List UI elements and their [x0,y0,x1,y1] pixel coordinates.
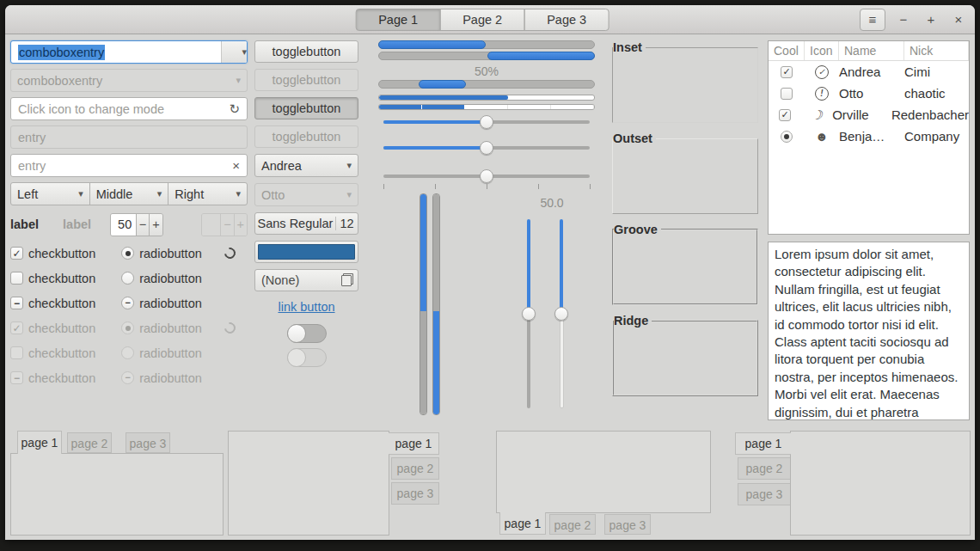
radiobutton-label: radiobutton [139,371,202,385]
spinbutton-value[interactable]: 50 [111,214,136,236]
row-checkbox-checked[interactable]: ✓ [781,66,793,78]
menu-button[interactable]: ≡ [860,9,885,31]
spin-minus-button[interactable]: − [136,214,149,236]
radio-unchecked[interactable] [121,272,134,285]
column-header-nick[interactable]: Nick [904,41,969,60]
entry-with-clear[interactable]: entry × [10,154,248,177]
vscale-trough[interactable] [527,314,530,408]
scale-handle[interactable] [480,169,493,183]
notebook-tab-page2[interactable]: page 2 [391,457,439,480]
level-block-empty [508,105,551,109]
checkbox-unchecked[interactable] [10,272,23,285]
combobox-andrea[interactable]: Andrea ▾ [254,154,358,177]
buttons-column: togglebutton togglebutton togglebutton t… [254,40,358,372]
notebook-tab-page1[interactable]: page 1 [499,512,546,535]
radio-checked[interactable] [121,247,134,260]
radio-mixed[interactable]: − [121,297,134,309]
clear-icon[interactable]: × [232,158,240,173]
chevron-down-icon: ▾ [346,189,352,200]
hscale[interactable] [378,113,595,131]
check-radio-row-disabled: checkbutton radiobutton [10,343,248,363]
cell-nick: Cimi [904,64,969,79]
togglebutton-active[interactable]: togglebutton [254,97,358,119]
tab-page-2[interactable]: Page 2 [440,9,525,31]
combobox-middle-value: Middle [96,187,133,201]
hscale[interactable] [378,139,595,156]
notebook-tab-page2[interactable]: page 2 [549,514,596,535]
combobox-left[interactable]: Left▾ [10,182,90,205]
color-button[interactable] [254,241,358,263]
scale-value-label: 50.0 [500,196,603,210]
tab-page-3[interactable]: Page 3 [524,9,609,31]
vscale-trough[interactable] [560,314,564,408]
column-header-cool[interactable]: Cool [769,41,805,60]
scale-handle[interactable] [554,307,568,321]
minimize-button[interactable]: − [894,10,913,29]
level-block-filled [379,105,422,109]
levelbar-continuous [378,95,595,101]
table-row[interactable]: ✓ ☽ Orville Redenbacher [769,104,969,126]
table-row[interactable]: ☻ Benja… Company [769,126,969,147]
entries-column: comboboxentry ▾ comboboxentry ▾ Click ic… [10,40,248,393]
label-disabled: label [63,217,91,231]
scale-handle[interactable] [480,115,493,129]
notebook-tab-page3[interactable]: page 3 [604,514,651,535]
row-checkbox-unchecked[interactable] [781,88,793,100]
togglebutton[interactable]: togglebutton [254,40,358,63]
frame-outset: Outset [612,132,758,214]
notebook-tab-page3[interactable]: page 3 [391,482,439,505]
radio-checked-disabled [121,321,134,334]
check-radio-row: checkbutton radiobutton [10,268,248,288]
spinner-icon [222,245,237,260]
combobox-right[interactable]: Right▾ [168,182,248,205]
combobox-middle[interactable]: Middle▾ [89,182,169,205]
scale-fill [383,146,492,150]
file-chooser-button[interactable]: (None) [254,269,358,291]
scale-handle[interactable] [480,141,493,155]
header-page-tabs: Page 1 Page 2 Page 3 [356,9,609,31]
widget-factory-window: Page 1 Page 2 Page 3 ≡ − + × comboboxent… [5,5,975,540]
vertical-scale[interactable] [522,219,536,408]
vscale-fill [560,219,563,314]
scale-handle[interactable] [522,307,536,321]
notebook-tab-page2[interactable]: page 2 [738,457,791,480]
radiobutton-label: radiobutton [139,272,202,285]
refresh-icon[interactable]: ↻ [229,101,240,117]
notebook-tab-page3[interactable]: page 3 [126,432,170,453]
notebook-tab-page2[interactable]: page 2 [67,432,112,453]
maximize-button[interactable]: + [922,10,940,29]
notebook-tab-page1[interactable]: page 1 [17,431,62,454]
combobox-entry-dropdown[interactable]: ▾ [221,41,247,63]
column-header-icon[interactable]: Icon [805,41,839,60]
tab-page-1[interactable]: Page 1 [356,9,441,31]
table-row[interactable]: ✓ ✓ Andrea Cimi [769,61,969,83]
activity-block-position [419,80,466,89]
frame-groove-label: Groove [614,223,661,236]
combobox-entry[interactable]: comboboxentry ▾ [10,40,248,64]
checkbox-mixed[interactable]: − [10,297,23,309]
font-button[interactable]: Sans Regular 12 [254,212,358,235]
notebook-tab-page1[interactable]: page 1 [389,432,439,455]
vertical-scale[interactable] [554,219,568,408]
table-row[interactable]: ! Otto chaotic [769,83,969,104]
link-button[interactable]: link button [278,300,334,314]
row-radio-checked[interactable] [781,131,793,143]
notebook-page [496,431,711,513]
frame-inset: Inset [612,40,758,123]
notebook-tab-page3[interactable]: page 3 [738,483,791,505]
switch-off[interactable] [287,324,327,343]
notebook-tab-page1[interactable]: page 1 [735,432,791,455]
checkbox-checked[interactable]: ✓ [10,247,23,260]
progress-percent-label: 50% [371,64,602,78]
progressbar-activity [378,80,595,89]
close-button[interactable]: × [949,10,968,29]
switch-off-disabled [287,348,327,367]
frames-column: Inset Outset Groove Ridge [612,40,758,405]
spin-plus-button[interactable]: + [149,214,162,236]
row-checkbox-checked[interactable]: ✓ [779,109,791,121]
mode-entry[interactable]: Click icon to change mode ↻ [10,97,248,120]
hscale-with-marks[interactable] [378,168,595,185]
textview[interactable]: Lorem ipsum dolor sit amet, consectetur … [768,242,970,420]
column-header-name[interactable]: Name [839,41,904,60]
scale-marks [383,184,590,190]
